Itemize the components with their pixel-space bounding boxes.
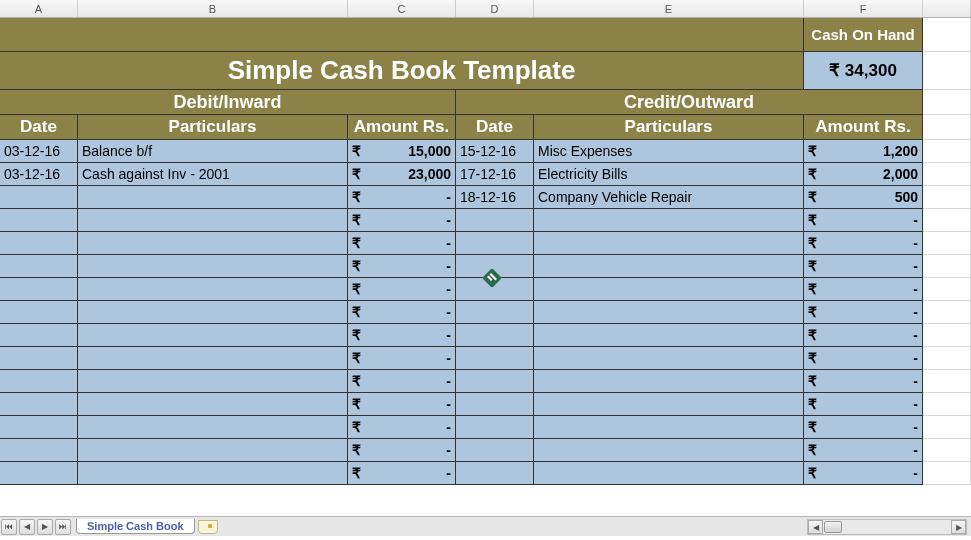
debit-amount-cell[interactable]: ₹- <box>348 462 456 485</box>
credit-particulars-cell[interactable]: Misc Expenses <box>534 140 804 163</box>
column-header-C[interactable]: C <box>348 0 456 17</box>
credit-date-cell[interactable] <box>456 347 534 370</box>
credit-particulars-cell[interactable] <box>534 324 804 347</box>
debit-amount-cell[interactable]: ₹- <box>348 439 456 462</box>
debit-particulars-cell[interactable] <box>78 347 348 370</box>
horizontal-scrollbar[interactable]: ◀ ▶ <box>807 519 967 535</box>
debit-particulars-cell[interactable] <box>78 209 348 232</box>
credit-particulars-cell[interactable] <box>534 416 804 439</box>
debit-date-cell[interactable] <box>0 370 78 393</box>
debit-date-cell[interactable] <box>0 439 78 462</box>
debit-date-cell[interactable] <box>0 324 78 347</box>
debit-amount-cell[interactable]: ₹- <box>348 416 456 439</box>
debit-amount-cell[interactable]: ₹- <box>348 255 456 278</box>
credit-date-cell[interactable] <box>456 393 534 416</box>
credit-amount-cell[interactable]: ₹- <box>804 232 923 255</box>
debit-amount-cell[interactable]: ₹- <box>348 232 456 255</box>
credit-particulars-cell[interactable] <box>534 232 804 255</box>
debit-particulars-cell[interactable] <box>78 439 348 462</box>
debit-particulars-cell[interactable]: Cash against Inv - 2001 <box>78 163 348 186</box>
credit-amount-cell[interactable]: ₹1,200 <box>804 140 923 163</box>
credit-amount-cell[interactable]: ₹- <box>804 324 923 347</box>
debit-particulars-cell[interactable] <box>78 186 348 209</box>
credit-date-cell[interactable] <box>456 462 534 485</box>
debit-amount-cell[interactable]: ₹- <box>348 301 456 324</box>
sheet-tab-active[interactable]: Simple Cash Book <box>76 519 195 534</box>
column-header-D[interactable]: D <box>456 0 534 17</box>
credit-date-cell[interactable]: 17-12-16 <box>456 163 534 186</box>
scroll-right-button[interactable]: ▶ <box>951 520 966 534</box>
credit-date-cell[interactable]: 18-12-16 <box>456 186 534 209</box>
tab-nav-prev[interactable]: ◀ <box>19 519 35 535</box>
debit-particulars-cell[interactable] <box>78 301 348 324</box>
debit-date-cell[interactable] <box>0 278 78 301</box>
credit-date-cell[interactable] <box>456 324 534 347</box>
credit-amount-cell[interactable]: ₹- <box>804 439 923 462</box>
scroll-thumb[interactable] <box>824 521 842 533</box>
credit-particulars-cell[interactable] <box>534 301 804 324</box>
debit-amount-cell[interactable]: ₹15,000 <box>348 140 456 163</box>
credit-amount-cell[interactable]: ₹- <box>804 278 923 301</box>
debit-particulars-cell[interactable] <box>78 462 348 485</box>
debit-amount-cell[interactable]: ₹23,000 <box>348 163 456 186</box>
credit-date-cell[interactable] <box>456 232 534 255</box>
credit-amount-cell[interactable]: ₹- <box>804 416 923 439</box>
debit-amount-cell[interactable]: ₹- <box>348 370 456 393</box>
credit-amount-cell[interactable]: ₹- <box>804 462 923 485</box>
credit-particulars-cell[interactable] <box>534 278 804 301</box>
debit-amount-cell[interactable]: ₹- <box>348 278 456 301</box>
debit-date-cell[interactable] <box>0 301 78 324</box>
debit-date-cell[interactable] <box>0 209 78 232</box>
credit-date-cell[interactable] <box>456 416 534 439</box>
debit-particulars-cell[interactable] <box>78 278 348 301</box>
debit-date-cell[interactable] <box>0 393 78 416</box>
credit-amount-cell[interactable]: ₹- <box>804 301 923 324</box>
credit-particulars-cell[interactable] <box>534 462 804 485</box>
credit-particulars-cell[interactable] <box>534 370 804 393</box>
tab-nav-last[interactable]: ⏭ <box>55 519 71 535</box>
column-header-B[interactable]: B <box>78 0 348 17</box>
scroll-track[interactable] <box>823 520 951 534</box>
credit-amount-cell[interactable]: ₹- <box>804 370 923 393</box>
debit-particulars-cell[interactable] <box>78 324 348 347</box>
debit-amount-cell[interactable]: ₹- <box>348 324 456 347</box>
debit-date-cell[interactable] <box>0 347 78 370</box>
debit-particulars-cell[interactable] <box>78 232 348 255</box>
debit-particulars-cell[interactable] <box>78 393 348 416</box>
credit-date-cell[interactable] <box>456 209 534 232</box>
debit-date-cell[interactable] <box>0 416 78 439</box>
credit-amount-cell[interactable]: ₹2,000 <box>804 163 923 186</box>
debit-amount-cell[interactable]: ₹- <box>348 209 456 232</box>
tab-nav-first[interactable]: ⏮ <box>1 519 17 535</box>
credit-date-cell[interactable]: 15-12-16 <box>456 140 534 163</box>
debit-date-cell[interactable]: 03-12-16 <box>0 140 78 163</box>
column-header-A[interactable]: A <box>0 0 78 17</box>
credit-amount-cell[interactable]: ₹500 <box>804 186 923 209</box>
credit-particulars-cell[interactable] <box>534 439 804 462</box>
debit-date-cell[interactable] <box>0 462 78 485</box>
debit-particulars-cell[interactable] <box>78 255 348 278</box>
column-header-F[interactable]: F <box>804 0 923 17</box>
credit-particulars-cell[interactable] <box>534 255 804 278</box>
debit-date-cell[interactable] <box>0 232 78 255</box>
credit-particulars-cell[interactable]: Company Vehicle Repair <box>534 186 804 209</box>
debit-particulars-cell[interactable]: Balance b/f <box>78 140 348 163</box>
tab-nav-next[interactable]: ▶ <box>37 519 53 535</box>
credit-amount-cell[interactable]: ₹- <box>804 255 923 278</box>
debit-amount-cell[interactable]: ₹- <box>348 393 456 416</box>
scroll-left-button[interactable]: ◀ <box>808 520 823 534</box>
new-sheet-button[interactable] <box>198 520 218 534</box>
credit-particulars-cell[interactable]: Electricity Bills <box>534 163 804 186</box>
column-header-E[interactable]: E <box>534 0 804 17</box>
credit-amount-cell[interactable]: ₹- <box>804 347 923 370</box>
debit-amount-cell[interactable]: ₹- <box>348 347 456 370</box>
debit-date-cell[interactable] <box>0 255 78 278</box>
credit-date-cell[interactable] <box>456 301 534 324</box>
debit-amount-cell[interactable]: ₹- <box>348 186 456 209</box>
credit-particulars-cell[interactable] <box>534 347 804 370</box>
debit-particulars-cell[interactable] <box>78 370 348 393</box>
credit-date-cell[interactable] <box>456 370 534 393</box>
debit-date-cell[interactable]: 03-12-16 <box>0 163 78 186</box>
credit-amount-cell[interactable]: ₹- <box>804 393 923 416</box>
credit-amount-cell[interactable]: ₹- <box>804 209 923 232</box>
